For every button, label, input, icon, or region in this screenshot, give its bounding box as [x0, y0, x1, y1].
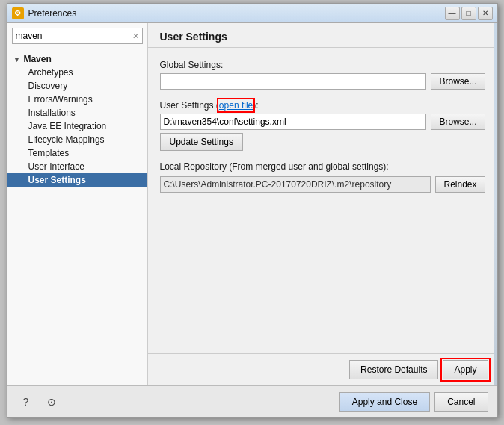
- update-settings-button[interactable]: Update Settings: [160, 133, 243, 151]
- sidebar-item-discovery[interactable]: Discovery: [7, 79, 147, 93]
- sidebar-item-lifecycle[interactable]: Lifecycle Mappings: [7, 133, 147, 146]
- sidebar-item-user-interface[interactable]: User Interface: [7, 160, 147, 173]
- search-input[interactable]: [16, 31, 132, 41]
- main-panel: User Settings Global Settings: Browse...…: [148, 23, 497, 385]
- close-button[interactable]: ✕: [478, 7, 493, 20]
- sidebar: ✕ ▼ Maven Archetypes Discovery Errors/Wa…: [7, 23, 148, 385]
- title-bar: ⚙ Preferences — □ ✕: [7, 4, 497, 23]
- global-browse-button[interactable]: Browse...: [431, 73, 485, 90]
- sidebar-item-installations[interactable]: Installations: [7, 106, 147, 120]
- apply-and-close-button[interactable]: Apply and Close: [339, 392, 430, 412]
- open-file-link[interactable]: open file: [219, 100, 253, 111]
- reindex-button[interactable]: Reindex: [435, 176, 485, 193]
- global-settings-input[interactable]: [160, 73, 427, 90]
- panel-footer: Restore Defaults Apply: [148, 353, 497, 385]
- window-icon: ⚙: [12, 7, 24, 19]
- bottom-bar: ? ⊙ Apply and Close Cancel: [7, 385, 497, 417]
- tree-parent-label: Maven: [23, 54, 51, 64]
- title-bar-buttons: — □ ✕: [445, 7, 493, 20]
- panel-title: User Settings: [148, 23, 497, 48]
- global-settings-row: Browse...: [160, 73, 485, 90]
- search-input-wrap: ✕: [12, 28, 143, 44]
- content-area: ✕ ▼ Maven Archetypes Discovery Errors/Wa…: [7, 23, 497, 385]
- window-title: Preferences: [28, 8, 445, 19]
- apply-button[interactable]: Apply: [443, 360, 488, 379]
- bottom-left-buttons: ? ⊙: [16, 392, 61, 412]
- clear-icon[interactable]: ✕: [132, 31, 139, 41]
- sidebar-item-templates[interactable]: Templates: [7, 146, 147, 160]
- panel-body: Global Settings: Browse... User Settings…: [148, 48, 497, 353]
- global-settings-section: Global Settings: Browse...: [160, 60, 485, 90]
- maximize-button[interactable]: □: [461, 7, 476, 20]
- sidebar-item-errors-warnings[interactable]: Errors/Warnings: [7, 93, 147, 106]
- tree-parent-maven[interactable]: ▼ Maven: [7, 52, 147, 66]
- tree-area: ▼ Maven Archetypes Discovery Errors/Warn…: [7, 49, 147, 385]
- preferences-dialog: ⚙ Preferences — □ ✕ ✕ ▼ Maven: [7, 3, 498, 418]
- sidebar-item-archetypes[interactable]: Archetypes: [7, 66, 147, 79]
- minimize-button[interactable]: —: [445, 7, 460, 20]
- user-settings-section: User Settings (open file): Browse... Upd…: [160, 100, 485, 151]
- user-settings-row: Browse...: [160, 114, 485, 130]
- local-repo-label: Local Repository (From merged user and g…: [160, 161, 485, 172]
- bottom-right-buttons: Apply and Close Cancel: [339, 392, 488, 412]
- sidebar-item-java-ee[interactable]: Java EE Integration: [7, 120, 147, 133]
- settings-icon-button[interactable]: ⊙: [42, 392, 61, 412]
- tree-arrow-icon: ▼: [13, 55, 21, 63]
- help-button[interactable]: ?: [16, 392, 36, 412]
- sidebar-item-user-settings[interactable]: User Settings: [7, 173, 147, 187]
- right-scroll-indicator: [494, 23, 497, 385]
- local-repo-path: C:\Users\Administrator.PC-20170720DRIZ\.…: [160, 176, 431, 193]
- restore-defaults-button[interactable]: Restore Defaults: [349, 360, 438, 379]
- cancel-button[interactable]: Cancel: [434, 392, 488, 412]
- global-settings-label: Global Settings:: [160, 60, 485, 70]
- user-settings-input[interactable]: [160, 114, 427, 130]
- user-browse-button[interactable]: Browse...: [431, 114, 485, 130]
- search-box: ✕: [7, 23, 147, 49]
- local-repo-section: Local Repository (From merged user and g…: [160, 161, 485, 193]
- repo-row: C:\Users\Administrator.PC-20170720DRIZ\.…: [160, 176, 485, 193]
- user-settings-label: User Settings (open file):: [160, 100, 485, 111]
